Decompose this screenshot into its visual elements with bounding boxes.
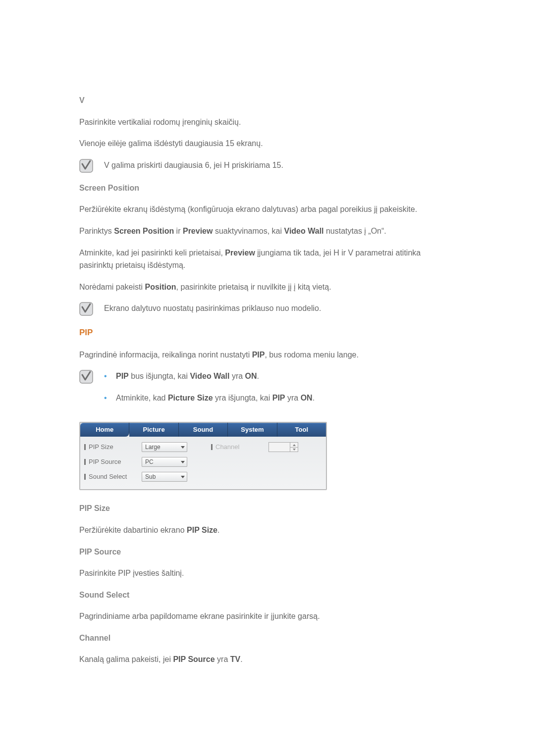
label-pip-source: PIP Source <box>84 457 134 467</box>
section-title-pip: PIP <box>79 326 456 339</box>
paragraph: Pasirinkite PIP įvesties šaltinį. <box>79 567 456 580</box>
label-pip-size: PIP Size <box>84 442 134 453</box>
paragraph: Peržiūrėkite dabartinio ekrano PIP Size. <box>79 524 456 537</box>
chevron-down-icon <box>181 476 185 478</box>
tab-sound[interactable]: Sound <box>179 423 228 437</box>
select-pip-size[interactable]: Large <box>142 442 187 452</box>
tab-tool[interactable]: Tool <box>277 423 326 437</box>
heading-pip-source: PIP Source <box>79 546 456 558</box>
heading-sound-select: Sound Select <box>79 589 456 602</box>
paragraph: Norėdami pakeisti Position, pasirinkite … <box>79 281 456 294</box>
paragraph: Vienoje eilėje galima išdėstyti daugiaus… <box>79 137 456 150</box>
list-item: Atminkite, kad Picture Size yra išjungta… <box>104 392 456 404</box>
chevron-up-icon[interactable] <box>290 443 298 448</box>
select-value: PC <box>145 457 154 467</box>
list-item: PIP bus išjungta, kai Video Wall yra ON. <box>104 370 456 383</box>
tab-picture[interactable]: Picture <box>129 423 178 437</box>
note-text: V galima priskirti daugiausia 6, jei H p… <box>104 159 456 172</box>
paragraph: Atminkite, kad jei pasirinkti keli priet… <box>79 247 456 272</box>
chevron-down-icon <box>181 461 185 463</box>
tab-home[interactable]: Home <box>80 423 129 437</box>
note-icon <box>79 370 93 384</box>
tab-bar: Home Picture Sound System Tool <box>80 423 326 437</box>
paragraph: Pagrindiniame arba papildomame ekrane pa… <box>79 610 456 623</box>
paragraph: Kanalą galima pakeisti, jei PIP Source y… <box>79 653 456 666</box>
tab-system[interactable]: System <box>228 423 277 437</box>
spinner-value <box>269 443 290 452</box>
select-sound-select[interactable]: Sub <box>142 472 187 482</box>
note-icon <box>79 302 93 316</box>
chevron-down-icon[interactable] <box>290 448 298 452</box>
chevron-down-icon <box>181 446 185 449</box>
paragraph: Peržiūrėkite ekranų išdėstymą (konfigūru… <box>79 203 456 216</box>
heading-screen-position: Screen Position <box>79 182 456 195</box>
paragraph: Pasirinkite vertikaliai rodomų įrenginių… <box>79 116 456 129</box>
spinner-channel[interactable] <box>268 442 298 452</box>
select-value: Large <box>145 443 160 452</box>
select-pip-source[interactable]: PC <box>142 457 187 467</box>
label-channel: Channel <box>211 442 261 453</box>
settings-panel: Home Picture Sound System Tool PIP Size … <box>79 422 327 490</box>
note-icon <box>79 159 93 173</box>
paragraph: Pagrindinė informacija, reikalinga norin… <box>79 349 456 361</box>
heading-v: V <box>79 94 456 107</box>
paragraph: Parinktys Screen Position ir Preview sua… <box>79 225 456 238</box>
select-value: Sub <box>145 472 156 482</box>
note-text: Ekrano dalytuvo nuostatų pasirinkimas pr… <box>104 302 456 315</box>
heading-channel: Channel <box>79 632 456 645</box>
label-sound-select: Sound Select <box>84 472 134 482</box>
heading-pip-size: PIP Size <box>79 502 456 515</box>
